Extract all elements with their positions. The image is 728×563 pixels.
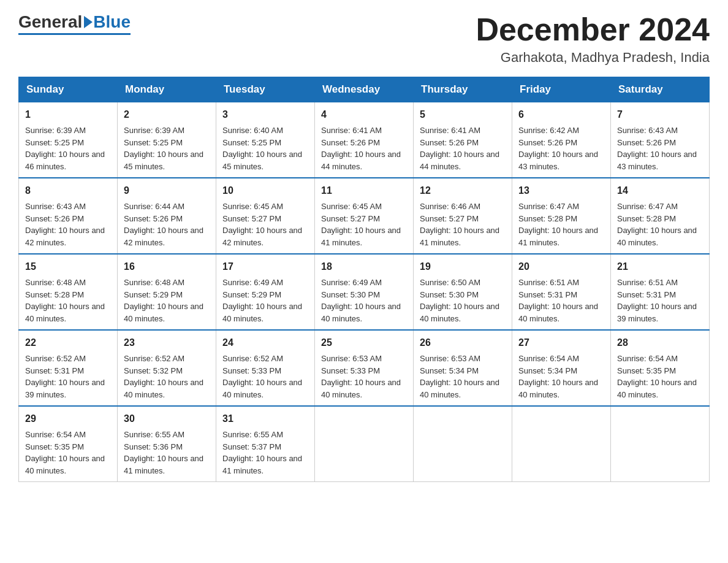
- day-number: 6: [518, 107, 604, 122]
- day-number: 20: [518, 259, 604, 274]
- calendar-cell: 4Sunrise: 6:41 AMSunset: 5:26 PMDaylight…: [315, 102, 414, 178]
- calendar-header-row: SundayMondayTuesdayWednesdayThursdayFrid…: [19, 77, 710, 102]
- day-number: 12: [420, 183, 506, 198]
- calendar-cell: 3Sunrise: 6:40 AMSunset: 5:25 PMDaylight…: [216, 102, 315, 178]
- day-number: 1: [25, 107, 111, 122]
- day-number: 30: [124, 412, 210, 426]
- day-number: 28: [617, 335, 703, 350]
- header-thursday: Thursday: [414, 77, 512, 102]
- header-wednesday: Wednesday: [315, 77, 414, 102]
- page-header: General Blue December 2024 Garhakota, Ma…: [18, 12, 710, 66]
- day-number: 16: [124, 259, 210, 274]
- header-monday: Monday: [118, 77, 216, 102]
- day-number: 10: [222, 183, 308, 198]
- week-row-1: 1Sunrise: 6:39 AMSunset: 5:25 PMDaylight…: [19, 102, 710, 178]
- calendar-cell: 2Sunrise: 6:39 AMSunset: 5:25 PMDaylight…: [118, 102, 216, 178]
- day-number: 5: [420, 107, 506, 122]
- day-number: 25: [321, 335, 407, 350]
- calendar-cell: 19Sunrise: 6:50 AMSunset: 5:30 PMDayligh…: [414, 254, 512, 330]
- location-title: Garhakota, Madhya Pradesh, India: [476, 50, 710, 66]
- calendar-cell: 21Sunrise: 6:51 AMSunset: 5:31 PMDayligh…: [611, 254, 710, 330]
- calendar-cell: 7Sunrise: 6:43 AMSunset: 5:26 PMDaylight…: [611, 102, 710, 178]
- logo-underline: [18, 33, 131, 35]
- day-number: 23: [124, 335, 210, 350]
- logo-arrow-icon: [84, 16, 93, 28]
- header-sunday: Sunday: [19, 77, 118, 102]
- calendar-cell: [611, 406, 710, 482]
- calendar-cell: 18Sunrise: 6:49 AMSunset: 5:30 PMDayligh…: [315, 254, 414, 330]
- day-number: 11: [321, 183, 407, 198]
- calendar-cell: 8Sunrise: 6:43 AMSunset: 5:26 PMDaylight…: [19, 178, 118, 254]
- calendar-cell: 26Sunrise: 6:53 AMSunset: 5:34 PMDayligh…: [414, 330, 512, 406]
- calendar-table: SundayMondayTuesdayWednesdayThursdayFrid…: [18, 77, 710, 482]
- header-saturday: Saturday: [611, 77, 710, 102]
- calendar-cell: 5Sunrise: 6:41 AMSunset: 5:26 PMDaylight…: [414, 102, 512, 178]
- calendar-cell: 11Sunrise: 6:45 AMSunset: 5:27 PMDayligh…: [315, 178, 414, 254]
- calendar-cell: 20Sunrise: 6:51 AMSunset: 5:31 PMDayligh…: [512, 254, 611, 330]
- day-number: 18: [321, 259, 407, 274]
- calendar-cell: 23Sunrise: 6:52 AMSunset: 5:32 PMDayligh…: [118, 330, 216, 406]
- calendar-cell: 9Sunrise: 6:44 AMSunset: 5:26 PMDaylight…: [118, 178, 216, 254]
- day-number: 21: [617, 259, 703, 274]
- logo-blue-text: Blue: [93, 12, 131, 32]
- week-row-2: 8Sunrise: 6:43 AMSunset: 5:26 PMDaylight…: [19, 178, 710, 254]
- title-area: December 2024 Garhakota, Madhya Pradesh,…: [476, 12, 710, 66]
- day-number: 7: [617, 107, 703, 122]
- day-number: 14: [617, 183, 703, 198]
- calendar-cell: 29Sunrise: 6:54 AMSunset: 5:35 PMDayligh…: [19, 406, 118, 482]
- calendar-cell: 15Sunrise: 6:48 AMSunset: 5:28 PMDayligh…: [19, 254, 118, 330]
- day-number: 2: [124, 107, 210, 122]
- calendar-cell: 1Sunrise: 6:39 AMSunset: 5:25 PMDaylight…: [19, 102, 118, 178]
- calendar-cell: 30Sunrise: 6:55 AMSunset: 5:36 PMDayligh…: [118, 406, 216, 482]
- day-number: 17: [222, 259, 308, 274]
- day-number: 15: [25, 259, 111, 274]
- calendar-cell: [315, 406, 414, 482]
- calendar-cell: 17Sunrise: 6:49 AMSunset: 5:29 PMDayligh…: [216, 254, 315, 330]
- calendar-cell: 16Sunrise: 6:48 AMSunset: 5:29 PMDayligh…: [118, 254, 216, 330]
- day-number: 26: [420, 335, 506, 350]
- calendar-cell: 25Sunrise: 6:53 AMSunset: 5:33 PMDayligh…: [315, 330, 414, 406]
- day-number: 4: [321, 107, 407, 122]
- week-row-4: 22Sunrise: 6:52 AMSunset: 5:31 PMDayligh…: [19, 330, 710, 406]
- week-row-3: 15Sunrise: 6:48 AMSunset: 5:28 PMDayligh…: [19, 254, 710, 330]
- week-row-5: 29Sunrise: 6:54 AMSunset: 5:35 PMDayligh…: [19, 406, 710, 482]
- logo: General Blue: [18, 12, 131, 35]
- calendar-cell: 28Sunrise: 6:54 AMSunset: 5:35 PMDayligh…: [611, 330, 710, 406]
- calendar-cell: 14Sunrise: 6:47 AMSunset: 5:28 PMDayligh…: [611, 178, 710, 254]
- calendar-cell: 31Sunrise: 6:55 AMSunset: 5:37 PMDayligh…: [216, 406, 315, 482]
- calendar-cell: [512, 406, 611, 482]
- calendar-cell: [414, 406, 512, 482]
- day-number: 19: [420, 259, 506, 274]
- calendar-cell: 6Sunrise: 6:42 AMSunset: 5:26 PMDaylight…: [512, 102, 611, 178]
- calendar-cell: 13Sunrise: 6:47 AMSunset: 5:28 PMDayligh…: [512, 178, 611, 254]
- header-tuesday: Tuesday: [216, 77, 315, 102]
- day-number: 24: [222, 335, 308, 350]
- day-number: 3: [222, 107, 308, 122]
- calendar-cell: 27Sunrise: 6:54 AMSunset: 5:34 PMDayligh…: [512, 330, 611, 406]
- day-number: 31: [222, 412, 308, 426]
- day-number: 22: [25, 335, 111, 350]
- day-number: 9: [124, 183, 210, 198]
- day-number: 8: [25, 183, 111, 198]
- day-number: 27: [518, 335, 604, 350]
- month-title: December 2024: [476, 12, 710, 47]
- calendar-cell: 10Sunrise: 6:45 AMSunset: 5:27 PMDayligh…: [216, 178, 315, 254]
- logo-general-text: General: [18, 12, 82, 32]
- day-number: 29: [25, 412, 111, 426]
- calendar-cell: 24Sunrise: 6:52 AMSunset: 5:33 PMDayligh…: [216, 330, 315, 406]
- day-number: 13: [518, 183, 604, 198]
- calendar-cell: 12Sunrise: 6:46 AMSunset: 5:27 PMDayligh…: [414, 178, 512, 254]
- header-friday: Friday: [512, 77, 611, 102]
- calendar-cell: 22Sunrise: 6:52 AMSunset: 5:31 PMDayligh…: [19, 330, 118, 406]
